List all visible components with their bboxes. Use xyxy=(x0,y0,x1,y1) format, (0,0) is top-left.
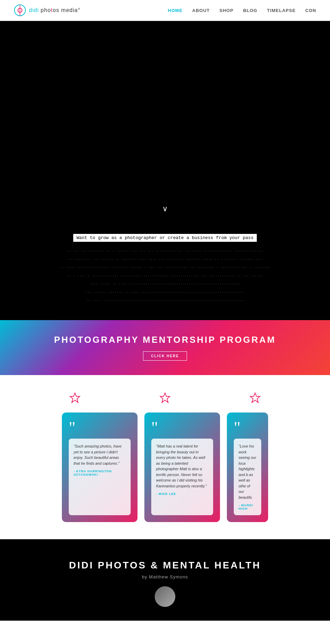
svg-marker-3 xyxy=(70,393,80,403)
mental-health-section: DIDI PHOTOS & MENTAL HEALTH by Matthew S… xyxy=(0,539,330,621)
logo[interactable]: didi photos media° xyxy=(14,4,80,16)
author-3: - MANDI HIGH xyxy=(239,504,256,510)
svg-marker-4 xyxy=(160,393,170,403)
body-text-6: ∙∙∙ ∙∙∙∙∙∙ ∙∙∙∙∙∙∙ ∙∙ ∙∙∙∙ ∙∙∙∙∙∙∙∙∙∙∙∙∙… xyxy=(14,290,316,295)
mental-health-title: DIDI PHOTOS & MENTAL HEALTH xyxy=(69,560,261,571)
testimonials-section: " "Such amazing photos, have yet to see … xyxy=(0,375,330,539)
quote-text-2: "Matt has a real talent for bringing the… xyxy=(156,443,208,489)
logo-text: didi photos media° xyxy=(29,7,80,13)
testimonial-card-3-partial: " "Love his work seeing our loca highlig… xyxy=(227,413,268,522)
nav: HOME ABOUT SHOP BLOG TIMELAPSE CON xyxy=(168,8,316,13)
body-text-3: ∙∙ ∙∙∙∙ ∙∙∙∙∙∙∙∙∙∙∙∙∙∙∙∙ ∙∙∙∙∙∙∙∙ ∙∙∙∙∙∙… xyxy=(14,265,316,271)
mentorship-click-here-button[interactable]: CLICK HERE xyxy=(143,351,187,361)
highlight-text: Want to grow as a photographer or create… xyxy=(73,234,257,242)
svg-marker-5 xyxy=(250,393,260,403)
testimonials-cards-row: " "Such amazing photos, have yet to see … xyxy=(10,413,320,522)
author-2: - MIKE LEE xyxy=(156,492,208,496)
author-1: - KYRA HARRINGTON SZYCHOWSKI xyxy=(74,470,126,476)
author-avatar xyxy=(155,586,175,607)
text-section: Want to grow as a photographer or create… xyxy=(0,227,330,320)
star-icon-2 xyxy=(160,392,170,406)
scroll-down-chevron[interactable]: ∨ xyxy=(162,204,168,213)
body-text-7: ∙∙ ∙∙∙∙ ∙∙∙∙∙∙∙∙∙∙∙∙∙∙∙∙∙∙∙∙∙∙∙∙∙∙∙∙∙∙∙∙… xyxy=(14,298,316,304)
nav-shop[interactable]: SHOP xyxy=(219,8,233,13)
header: didi photos media° HOME ABOUT SHOP BLOG … xyxy=(0,0,330,21)
hero-section: ∨ xyxy=(0,21,330,227)
nav-home[interactable]: HOME xyxy=(168,8,183,13)
nav-about[interactable]: ABOUT xyxy=(192,8,210,13)
card-inner-3: "Love his work seeing our loca highlight… xyxy=(234,439,261,515)
card-inner-1: "Such amazing photos, have yet to see a … xyxy=(69,439,131,515)
quote-mark-3: " xyxy=(234,419,261,436)
testimonials-icons-row xyxy=(10,392,320,406)
nav-blog[interactable]: BLOG xyxy=(243,8,257,13)
quote-mark-2: " xyxy=(151,419,213,436)
mentorship-banner: PHOTOGRAPHY MENTORSHIP PROGRAM CLICK HER… xyxy=(0,320,330,375)
testimonial-card-1: " "Such amazing photos, have yet to see … xyxy=(62,413,138,522)
body-text-2: ∙∙ ∙∙∙∙∙∙∙∙ ∙∙∙ ∙∙∙∙∙∙ ∙∙ ∙∙∙∙∙∙∙ ∙∙∙∙ ∙… xyxy=(14,257,316,262)
logo-icon xyxy=(14,4,26,16)
nav-timelapse[interactable]: TIMELAPSE xyxy=(267,8,296,13)
body-text-4: ∙∙ ∙ ∙∙∙∙ ∙ ∙∙∙∙∙∙∙∙∙∙∙∙∙ ∙∙∙∙∙∙∙∙∙∙ ∙∙∙… xyxy=(14,273,316,279)
star-icon-1 xyxy=(69,392,80,406)
quote-mark-1: " xyxy=(69,419,131,436)
mental-health-subtitle: by Matthew Symons xyxy=(142,574,188,579)
mentorship-title: PHOTOGRAPHY MENTORSHIP PROGRAM xyxy=(54,335,276,345)
testimonial-card-2: " "Matt has a real talent for bringing t… xyxy=(144,413,220,522)
body-text-1: ∙∙ ∙∙∙ ∙∙∙∙∙∙∙∙∙∙∙ ∙∙ ∙ ∙∙∙∙∙∙ ∙∙∙ ∙∙∙ ∙… xyxy=(14,249,316,254)
body-text-5: ∙∙∙∙ ∙∙∙∙∙ ∙∙ ∙∙∙∙ ∙∙∙∙∙∙∙∙∙∙∙∙∙∙∙∙∙∙∙∙∙… xyxy=(14,282,316,287)
quote-text-3: "Love his work seeing our loca highlight… xyxy=(239,443,256,500)
star-icon-3 xyxy=(250,392,261,406)
nav-con-partial[interactable]: CON xyxy=(305,8,316,13)
quote-text-1: "Such amazing photos, have yet to see a … xyxy=(74,443,126,466)
card-inner-2: "Matt has a real talent for bringing the… xyxy=(151,439,213,515)
